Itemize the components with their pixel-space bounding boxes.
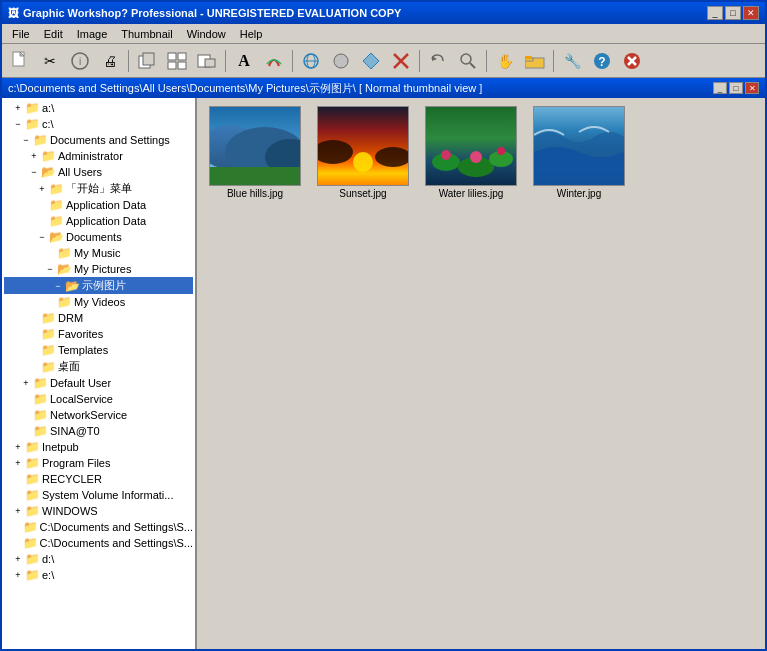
tool-delete[interactable] xyxy=(387,48,415,74)
expand-sample[interactable]: − xyxy=(52,280,64,292)
maximize-button[interactable]: □ xyxy=(725,6,741,20)
tool-undo[interactable] xyxy=(424,48,452,74)
tree-item-c[interactable]: − 📁 c:\ xyxy=(4,116,193,132)
tree-item-drm[interactable]: 📁 DRM xyxy=(4,310,193,326)
tool-help[interactable]: ? xyxy=(588,48,616,74)
tree-item-e[interactable]: + 📁 e:\ xyxy=(4,567,193,583)
tree-label-sysvolinfo: System Volume Informati... xyxy=(42,489,173,501)
minimize-button[interactable]: _ xyxy=(707,6,723,20)
svg-rect-5 xyxy=(143,53,154,65)
menu-image[interactable]: Image xyxy=(71,26,114,42)
tool-resize[interactable] xyxy=(193,48,221,74)
tree-item-appdata1[interactable]: 📁 Application Data xyxy=(4,197,193,213)
menu-thumbnail[interactable]: Thumbnail xyxy=(115,26,178,42)
folder-icon-windows: 📁 xyxy=(25,504,40,518)
inner-minimize-button[interactable]: _ xyxy=(713,82,727,94)
tool-print[interactable]: 🖨 xyxy=(96,48,124,74)
tree-item-admin[interactable]: + 📁 Administrator xyxy=(4,148,193,164)
tool-cut[interactable]: ✂ xyxy=(36,48,64,74)
expand-d[interactable]: + xyxy=(12,553,24,565)
tool-diamond[interactable] xyxy=(357,48,385,74)
tree-item-mypictures[interactable]: − 📂 My Pictures xyxy=(4,261,193,277)
tree-item-sample[interactable]: − 📂 示例图片 xyxy=(4,277,193,294)
tool-color[interactable] xyxy=(260,48,288,74)
expand-docsettings[interactable]: − xyxy=(20,134,32,146)
tool-stop[interactable] xyxy=(618,48,646,74)
app-icon: 🖼 xyxy=(8,7,19,19)
tree-item-sysvolinfo[interactable]: 📁 System Volume Informati... xyxy=(4,487,193,503)
tree-item-d[interactable]: + 📁 d:\ xyxy=(4,551,193,567)
tree-item-recycler[interactable]: 📁 RECYCLER xyxy=(4,471,193,487)
expand-defaultuser[interactable]: + xyxy=(20,377,32,389)
folder-icon-mypictures: 📂 xyxy=(57,262,72,276)
tool-settings[interactable]: 🔧 xyxy=(558,48,586,74)
svg-rect-7 xyxy=(178,53,186,60)
tool-new[interactable] xyxy=(6,48,34,74)
tool-folder[interactable] xyxy=(521,48,549,74)
tree-item-inetpub[interactable]: + 📁 Inetpub xyxy=(4,439,193,455)
thumb-sunset[interactable]: Sunset.jpg xyxy=(313,106,413,199)
svg-point-43 xyxy=(441,150,451,160)
tool-hand[interactable]: ✋ xyxy=(491,48,519,74)
close-button[interactable]: ✕ xyxy=(743,6,759,20)
svg-rect-8 xyxy=(168,62,176,69)
tool-info[interactable]: i xyxy=(66,48,94,74)
tree-label-myvideos: My Videos xyxy=(74,296,125,308)
tree-item-windows[interactable]: + 📁 WINDOWS xyxy=(4,503,193,519)
tree-item-programfiles[interactable]: + 📁 Program Files xyxy=(4,455,193,471)
tool-circle[interactable] xyxy=(327,48,355,74)
expand-c[interactable]: − xyxy=(12,118,24,130)
folder-icon-c: 📁 xyxy=(25,117,40,131)
tree-item-defaultuser[interactable]: + 📁 Default User xyxy=(4,375,193,391)
tree-item-allusers[interactable]: − 📂 All Users xyxy=(4,164,193,180)
thumb-water-lilies[interactable]: Water lilies.jpg xyxy=(421,106,521,199)
tree-item-a[interactable]: + 📁 a:\ xyxy=(4,100,193,116)
expand-a[interactable]: + xyxy=(12,102,24,114)
tree-label-d: d:\ xyxy=(42,553,54,565)
expand-mypictures[interactable]: − xyxy=(44,263,56,275)
tree-item-localservice[interactable]: 📁 LocalService xyxy=(4,391,193,407)
expand-admin[interactable]: + xyxy=(28,150,40,162)
tree-item-myvideos[interactable]: 📁 My Videos xyxy=(4,294,193,310)
tool-text[interactable]: A xyxy=(230,48,258,74)
tree-item-startmenu[interactable]: + 📁 「开始」菜单 xyxy=(4,180,193,197)
thumb-panel[interactable]: Blue hills.jpg xyxy=(197,98,765,651)
thumb-blue-hills[interactable]: Blue hills.jpg xyxy=(205,106,305,199)
tool-web[interactable] xyxy=(297,48,325,74)
menu-help[interactable]: Help xyxy=(234,26,269,42)
tree-item-sinato[interactable]: 📁 SINA@T0 xyxy=(4,423,193,439)
tree-item-docsettings[interactable]: − 📁 Documents and Settings xyxy=(4,132,193,148)
folder-icon-myvideos: 📁 xyxy=(57,295,72,309)
tree-item-templates[interactable]: 📁 Templates xyxy=(4,342,193,358)
tree-item-documents[interactable]: − 📂 Documents xyxy=(4,229,193,245)
tool-search[interactable] xyxy=(454,48,482,74)
tree-label-appdata2: Application Data xyxy=(66,215,146,227)
inner-close-button[interactable]: ✕ xyxy=(745,82,759,94)
toolbar-sep-2 xyxy=(225,50,226,72)
tree-item-mymusic[interactable]: 📁 My Music xyxy=(4,245,193,261)
folder-icon-recycler: 📁 xyxy=(25,472,40,486)
thumb-winter[interactable]: Winter.jpg xyxy=(529,106,629,199)
toolbar-sep-6 xyxy=(553,50,554,72)
menu-edit[interactable]: Edit xyxy=(38,26,69,42)
expand-allusers[interactable]: − xyxy=(28,166,40,178)
tool-copy[interactable] xyxy=(133,48,161,74)
expand-windows[interactable]: + xyxy=(12,505,24,517)
tree-item-cdocs2[interactable]: 📁 C:\Documents and Settings\S... xyxy=(4,535,193,551)
expand-startmenu[interactable]: + xyxy=(36,183,48,195)
expand-documents[interactable]: − xyxy=(36,231,48,243)
tree-panel[interactable]: + 📁 a:\ − 📁 c:\ − 📁 Documents and Settin… xyxy=(2,98,197,651)
tree-item-favorites[interactable]: 📁 Favorites xyxy=(4,326,193,342)
tree-item-desktop[interactable]: 📁 桌面 xyxy=(4,358,193,375)
expand-inetpub[interactable]: + xyxy=(12,441,24,453)
tree-item-cdocs1[interactable]: 📁 C:\Documents and Settings\S... xyxy=(4,519,193,535)
expand-e[interactable]: + xyxy=(12,569,24,581)
tree-item-appdata2[interactable]: 📁 Application Data xyxy=(4,213,193,229)
tree-item-networkservice[interactable]: 📁 NetworkService xyxy=(4,407,193,423)
menu-file[interactable]: File xyxy=(6,26,36,42)
tree-label-e: e:\ xyxy=(42,569,54,581)
menu-window[interactable]: Window xyxy=(181,26,232,42)
inner-maximize-button[interactable]: □ xyxy=(729,82,743,94)
tool-view[interactable] xyxy=(163,48,191,74)
expand-programfiles[interactable]: + xyxy=(12,457,24,469)
